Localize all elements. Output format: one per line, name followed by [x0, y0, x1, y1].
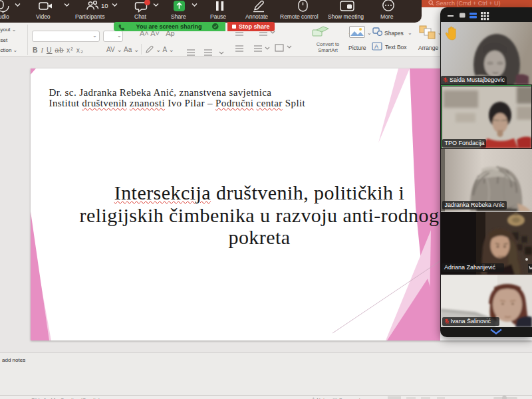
svg-text:A: A [374, 43, 378, 50]
svg-text:10: 10 [101, 2, 108, 9]
